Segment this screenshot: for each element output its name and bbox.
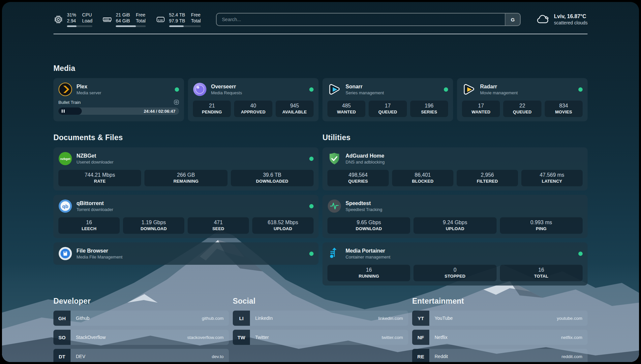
stat-downloaded: 39.6 TB DOWNLOADED <box>231 170 314 186</box>
stat-label: UPLOAD <box>254 226 312 231</box>
cpu-percent: 31% <box>67 12 76 18</box>
search-bar[interactable]: G <box>216 13 521 26</box>
stat-label: MOVIES <box>546 109 581 114</box>
plex-status-dot <box>175 87 179 92</box>
radarr-icon <box>462 82 476 96</box>
weather-condition: scattered clouds <box>554 20 588 25</box>
stat-value: 39.6 TB <box>232 172 312 178</box>
stat-series: 196 SERIES <box>410 101 448 117</box>
bookmark-url: reddit.com <box>562 354 582 359</box>
plex-icon <box>58 82 72 96</box>
disk-widget: 52.4 TB 97.9 TB Free Total <box>156 12 201 27</box>
qbittorrent-status-dot <box>309 204 314 208</box>
stat-running: 16 RUNNING <box>327 265 410 281</box>
bookmark-reddit[interactable]: RE Reddit reddit.com <box>412 349 588 362</box>
cpu-load-label: Load <box>82 18 92 24</box>
stat-value: 16 <box>329 267 409 273</box>
bookmark-name: YouTube <box>435 316 453 321</box>
plex-card[interactable]: Plex Media server Bullet Train <box>53 78 184 121</box>
stat-label: REMAINING <box>146 179 226 184</box>
plex-playback-progress: 24:44 / 02:06:47 <box>58 107 179 115</box>
cpu-progress-bar <box>67 25 92 27</box>
section-title-utilities: Utilities <box>322 133 588 142</box>
stat-label: QUERIES <box>329 179 387 184</box>
media-grid: Plex Media server Bullet Train <box>53 78 588 121</box>
overseerr-card[interactable]: Overseerr Media Requests 21 PENDING 40 A… <box>188 78 319 121</box>
radarr-card[interactable]: Radarr Movie management 17 WANTED 22 QUE… <box>457 78 588 121</box>
portainer-card[interactable]: Media Portainer Container management 16 … <box>322 242 588 286</box>
stat-value: 22 <box>504 103 540 109</box>
bookmark-stackoverflow[interactable]: SO StackOverflow stackoverflow.com <box>53 330 229 345</box>
sonarr-description: Series management <box>346 90 384 95</box>
bookmark-netflix[interactable]: NF Netflix netflix.com <box>412 330 588 345</box>
speedtest-card[interactable]: Speedtest Speedtest Tracking 9.65 Gbps D… <box>322 195 588 238</box>
search-input[interactable] <box>217 14 505 25</box>
disk-progress-bar <box>169 25 201 27</box>
bookmark-url: youtube.com <box>557 316 582 321</box>
memory-free-label: Free <box>136 12 146 18</box>
sonarr-status-dot <box>444 87 448 92</box>
bookmark-abbr-badge: DT <box>53 349 71 362</box>
nzbget-description: Usenet downloader <box>76 160 113 165</box>
stat-value: 0.993 ms <box>501 220 581 226</box>
stat-blocked: 86,401 BLOCKED <box>392 170 453 186</box>
stat-label: RUNNING <box>329 274 409 279</box>
filebrowser-card[interactable]: File Browser Media File Management <box>53 242 319 265</box>
stat-wanted: 485 WANTED <box>327 101 365 117</box>
disk-progress-fill <box>169 25 184 27</box>
stat-seed: 471 SEED <box>188 217 249 234</box>
topbar-divider <box>53 34 588 34</box>
stat-value: 2,956 <box>458 172 517 178</box>
cpu-progress-fill <box>67 25 76 27</box>
stat-latency: 47.569 ms LATENCY <box>521 170 583 186</box>
stat-download: 9.65 Gbps DOWNLOAD <box>327 217 410 234</box>
sonarr-card[interactable]: Sonarr Series management 485 WANTED 17 Q… <box>322 78 453 121</box>
radarr-description: Movie management <box>480 90 518 95</box>
bookmark-github[interactable]: GH Github github.com <box>53 311 229 326</box>
stat-label: WANTED <box>329 109 364 114</box>
stat-value: 266 GB <box>146 172 226 178</box>
memory-total-label: Total <box>136 18 146 24</box>
nzbget-icon: nzbget <box>58 152 72 166</box>
stat-label: TOTAL <box>501 274 581 279</box>
bookmark-url: netflix.com <box>561 335 582 340</box>
adguard-card[interactable]: AdGuard Home DNS and adblocking 498,564 … <box>322 147 588 191</box>
bookmark-abbr-badge: NF <box>412 330 429 345</box>
stat-queued: 22 QUEUED <box>503 101 541 117</box>
nzbget-status-dot <box>309 157 314 161</box>
bookmark-abbr-badge: SO <box>53 330 71 345</box>
stat-filtered: 2,956 FILTERED <box>457 170 518 186</box>
section-media: Media Plex Media server <box>53 64 588 121</box>
stat-label: LATENCY <box>523 179 581 184</box>
top-bar: 31% 2.94 CPU Load <box>53 12 588 27</box>
memory-progress-bar <box>116 25 145 27</box>
stat-label: WANTED <box>463 109 499 114</box>
bookmark-linkedin[interactable]: LI LinkedIn linkedin.com <box>233 311 408 326</box>
qbittorrent-icon: qb <box>58 199 72 213</box>
bookmark-url: stackoverflow.com <box>187 335 224 340</box>
nzbget-card[interactable]: nzbget NZBGet Usenet downloader 744.21 M… <box>53 147 319 191</box>
filebrowser-icon <box>58 247 72 260</box>
portainer-description: Container management <box>346 255 390 259</box>
bookmark-youtube[interactable]: YT YouTube youtube.com <box>412 311 588 326</box>
overseerr-icon <box>193 82 207 96</box>
stat-label: DOWNLOAD <box>124 226 183 231</box>
bookmark-twitter[interactable]: TW Twitter twitter.com <box>233 330 408 345</box>
stat-label: DOWNLOAD <box>329 226 409 231</box>
cloud-icon <box>536 13 550 26</box>
stat-label: QUEUED <box>504 109 540 114</box>
memory-widget: 21 GiB 64 GiB Free Total <box>102 12 145 27</box>
section-social: Social LI LinkedIn linkedin.com TW Twitt… <box>233 297 408 362</box>
section-title-media: Media <box>53 64 588 73</box>
stat-value: 21 <box>194 103 229 109</box>
filebrowser-description: Media File Management <box>76 255 122 259</box>
stat-label: PENDING <box>194 109 229 114</box>
portainer-name: Media Portainer <box>346 248 390 254</box>
search-provider-button[interactable]: G <box>505 14 520 25</box>
bookmark-url: twitter.com <box>382 335 403 340</box>
bookmark-name: DEV <box>76 354 85 359</box>
bookmark-dev[interactable]: DT DEV dev.to <box>53 349 229 362</box>
stat-value: 47.569 ms <box>523 172 581 178</box>
qbittorrent-card[interactable]: qb qBittorrent Torrent downloader 16 LEE… <box>53 195 319 238</box>
stat-approved: 40 APPROVED <box>234 101 272 117</box>
